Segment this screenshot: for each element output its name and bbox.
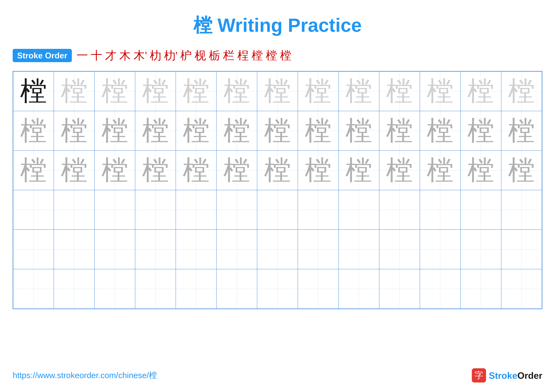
grid-cell[interactable] <box>95 190 135 230</box>
grid-cell[interactable]: 樘 <box>13 71 54 111</box>
grid-row-1: 樘 樘 樘 樘 樘 樘 樘 樘 樘 樘 樘 樘 樘 <box>13 71 542 111</box>
grid-cell[interactable]: 樘 <box>95 111 135 150</box>
grid-cell[interactable]: 樘 <box>298 111 338 150</box>
grid-cell[interactable] <box>420 190 460 230</box>
grid-cell[interactable]: 樘 <box>135 71 176 111</box>
grid-cell[interactable]: 樘 <box>13 150 54 190</box>
char-medium: 樘 <box>183 156 210 185</box>
grid-cell[interactable] <box>298 269 338 309</box>
char-medium: 樘 <box>61 156 88 185</box>
grid-cell[interactable] <box>216 230 257 269</box>
grid-cell[interactable] <box>13 190 54 230</box>
grid-cell[interactable]: 樘 <box>176 71 216 111</box>
grid-cell[interactable]: 樘 <box>257 71 298 111</box>
stroke-3: 才 <box>105 48 117 63</box>
grid-cell[interactable]: 樘 <box>54 111 95 150</box>
grid-cell[interactable] <box>176 269 216 309</box>
grid-cell[interactable] <box>420 269 460 309</box>
grid-cell[interactable]: 樘 <box>420 71 460 111</box>
grid-cell[interactable]: 樘 <box>298 150 338 190</box>
grid-cell[interactable] <box>176 190 216 230</box>
grid-cell[interactable]: 樘 <box>54 150 95 190</box>
grid-cell[interactable] <box>95 269 135 309</box>
grid-cell[interactable]: 樘 <box>216 71 257 111</box>
stroke-13: 樘 <box>252 48 263 63</box>
grid-cell[interactable]: 樘 <box>339 111 379 150</box>
brand-char: 字 <box>475 369 483 381</box>
grid-cell[interactable]: 樘 <box>135 150 176 190</box>
grid-cell[interactable]: 樘 <box>298 71 338 111</box>
grid-cell[interactable] <box>13 269 54 309</box>
grid-cell[interactable] <box>339 230 379 269</box>
grid-cell[interactable] <box>54 190 95 230</box>
char-light: 樘 <box>467 76 494 106</box>
grid-cell[interactable] <box>298 230 338 269</box>
grid-cell[interactable]: 樘 <box>95 150 135 190</box>
footer: https://www.strokeorder.com/chinese/樘 字 … <box>13 368 542 383</box>
grid-cell[interactable] <box>501 190 542 230</box>
char-medium: 樘 <box>345 156 372 185</box>
grid-cell[interactable] <box>460 230 501 269</box>
grid-cell[interactable]: 樘 <box>339 150 379 190</box>
grid-cell[interactable]: 樘 <box>176 111 216 150</box>
grid-cell[interactable] <box>379 190 420 230</box>
stroke-11: 栏 <box>223 48 234 63</box>
grid-cell[interactable] <box>135 190 176 230</box>
grid-cell[interactable]: 樘 <box>54 71 95 111</box>
grid-cell[interactable] <box>460 269 501 309</box>
grid-row-2: 樘 樘 樘 樘 樘 樘 樘 樘 樘 樘 樘 樘 樘 <box>13 111 542 150</box>
grid-cell[interactable]: 樘 <box>420 150 460 190</box>
grid-cell[interactable] <box>501 269 542 309</box>
stroke-chars-container: 一 十 才 木 木' 朸 朸' 枦 枧 栃 栏 桯 樘 樘 樘 <box>77 48 292 63</box>
grid-cell[interactable] <box>339 269 379 309</box>
char-medium: 樘 <box>508 116 535 146</box>
grid-cell[interactable]: 樘 <box>460 150 501 190</box>
brand-name: StrokeOrder <box>489 370 542 381</box>
grid-cell[interactable] <box>339 190 379 230</box>
grid-cell[interactable]: 樘 <box>379 71 420 111</box>
char-medium: 樘 <box>142 116 169 146</box>
char-medium: 樘 <box>305 156 332 185</box>
grid-cell[interactable]: 樘 <box>257 150 298 190</box>
grid-cell[interactable] <box>501 230 542 269</box>
grid-cell[interactable]: 樘 <box>501 111 542 150</box>
page-title: 樘 Writing Practice <box>193 14 362 36</box>
grid-cell[interactable] <box>54 269 95 309</box>
grid-cell[interactable]: 樘 <box>379 150 420 190</box>
grid-cell[interactable]: 樘 <box>135 111 176 150</box>
grid-cell[interactable] <box>135 269 176 309</box>
grid-cell[interactable] <box>379 269 420 309</box>
char-medium: 樘 <box>20 116 47 146</box>
char-light: 樘 <box>142 76 169 106</box>
grid-cell[interactable]: 樘 <box>257 111 298 150</box>
grid-cell[interactable]: 樘 <box>339 71 379 111</box>
grid-cell[interactable]: 樘 <box>176 150 216 190</box>
grid-cell[interactable]: 樘 <box>501 71 542 111</box>
grid-cell[interactable] <box>420 230 460 269</box>
grid-cell[interactable]: 樘 <box>95 71 135 111</box>
grid-cell[interactable] <box>379 230 420 269</box>
grid-cell[interactable] <box>257 190 298 230</box>
grid-cell[interactable] <box>460 190 501 230</box>
char-medium: 樘 <box>102 156 128 185</box>
grid-cell[interactable]: 樘 <box>460 71 501 111</box>
grid-cell[interactable]: 樘 <box>379 111 420 150</box>
grid-cell[interactable]: 樘 <box>460 111 501 150</box>
grid-cell[interactable]: 樘 <box>216 111 257 150</box>
grid-cell[interactable] <box>95 230 135 269</box>
stroke-7: 朸' <box>164 48 177 63</box>
grid-cell[interactable] <box>13 230 54 269</box>
grid-cell[interactable]: 樘 <box>420 111 460 150</box>
grid-cell[interactable] <box>257 230 298 269</box>
grid-cell[interactable]: 樘 <box>216 150 257 190</box>
grid-cell[interactable] <box>216 190 257 230</box>
grid-cell[interactable] <box>257 269 298 309</box>
grid-cell[interactable] <box>216 269 257 309</box>
grid-cell[interactable] <box>298 190 338 230</box>
grid-cell[interactable] <box>135 230 176 269</box>
grid-cell[interactable] <box>176 230 216 269</box>
grid-cell[interactable]: 樘 <box>501 150 542 190</box>
grid-cell[interactable]: 樘 <box>13 111 54 150</box>
footer-url[interactable]: https://www.strokeorder.com/chinese/樘 <box>13 370 157 381</box>
grid-cell[interactable] <box>54 230 95 269</box>
